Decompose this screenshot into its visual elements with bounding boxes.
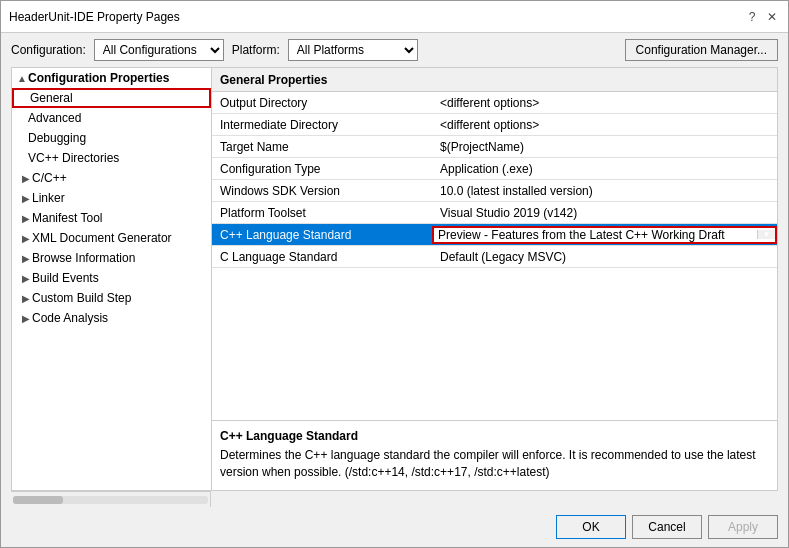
prop-value-config-type: Application (.exe) — [432, 162, 777, 176]
prop-row-target-name[interactable]: Target Name $(ProjectName) — [212, 136, 777, 158]
prop-value-container-cpp-standard[interactable]: Preview - Features from the Latest C++ W… — [432, 226, 777, 244]
tree-item-linker[interactable]: ▶ Linker — [12, 188, 211, 208]
toggle-code-analysis: ▶ — [20, 313, 32, 324]
tree-label-custom-build: Custom Build Step — [32, 291, 131, 305]
prop-row-output-dir[interactable]: Output Directory <different options> — [212, 92, 777, 114]
title-bar: HeaderUnit-IDE Property Pages ? ✕ — [1, 1, 788, 33]
tree-item-vcpp-dirs[interactable]: VC++ Directories — [12, 148, 211, 168]
left-scrollbar-track — [13, 496, 208, 504]
ok-button[interactable]: OK — [556, 515, 626, 539]
prop-name-sdk-version: Windows SDK Version — [212, 184, 432, 198]
tree-item-config-props[interactable]: ▲ Configuration Properties — [12, 68, 211, 88]
left-scrollbar-area[interactable] — [11, 491, 211, 507]
prop-row-intermediate-dir[interactable]: Intermediate Directory <different option… — [212, 114, 777, 136]
description-text: Determines the C++ language standard the… — [220, 447, 769, 481]
prop-value-output-dir: <different options> — [432, 96, 777, 110]
tree-label-debugging: Debugging — [28, 131, 86, 145]
platform-select[interactable]: All Platforms — [288, 39, 418, 61]
tree-label-general: General — [30, 91, 73, 105]
tree-item-general[interactable]: General — [12, 88, 211, 108]
prop-name-target-name: Target Name — [212, 140, 432, 154]
toggle-manifest-tool: ▶ — [20, 213, 32, 224]
prop-name-cpp-standard: C++ Language Standard — [212, 228, 432, 242]
platform-label: Platform: — [232, 43, 280, 57]
tree-label-manifest-tool: Manifest Tool — [32, 211, 102, 225]
toggle-xml-doc: ▶ — [20, 233, 32, 244]
tree-item-xml-doc[interactable]: ▶ XML Document Generator — [12, 228, 211, 248]
config-select[interactable]: All Configurations — [94, 39, 224, 61]
prop-value-sdk-version: 10.0 (latest installed version) — [432, 184, 777, 198]
prop-name-config-type: Configuration Type — [212, 162, 432, 176]
tree-item-custom-build[interactable]: ▶ Custom Build Step — [12, 288, 211, 308]
toggle-browse-info: ▶ — [20, 253, 32, 264]
tree-item-debugging[interactable]: Debugging — [12, 128, 211, 148]
left-scrollbar-thumb[interactable] — [13, 496, 63, 504]
left-scroll-area — [11, 491, 778, 507]
help-button[interactable]: ? — [744, 9, 760, 25]
config-bar: Configuration: All Configurations Platfo… — [1, 33, 788, 67]
toggle-cpp: ▶ — [20, 173, 32, 184]
tree-label-config-props: Configuration Properties — [28, 71, 169, 85]
title-bar-controls: ? ✕ — [744, 9, 780, 25]
properties-header-text: General Properties — [220, 73, 327, 87]
toggle-linker: ▶ — [20, 193, 32, 204]
description-panel: C++ Language Standard Determines the C++… — [212, 420, 777, 490]
prop-row-sdk-version[interactable]: Windows SDK Version 10.0 (latest install… — [212, 180, 777, 202]
tree-item-browse-info[interactable]: ▶ Browse Information — [12, 248, 211, 268]
tree-item-manifest-tool[interactable]: ▶ Manifest Tool — [12, 208, 211, 228]
prop-row-c-standard[interactable]: C Language Standard Default (Legacy MSVC… — [212, 246, 777, 268]
prop-value-target-name: $(ProjectName) — [432, 140, 777, 154]
prop-row-cpp-standard[interactable]: C++ Language Standard Preview - Features… — [212, 224, 777, 246]
prop-name-c-standard: C Language Standard — [212, 250, 432, 264]
prop-dropdown-btn-cpp-standard[interactable]: ▼ — [757, 230, 775, 239]
tree-label-linker: Linker — [32, 191, 65, 205]
prop-row-toolset[interactable]: Platform Toolset Visual Studio 2019 (v14… — [212, 202, 777, 224]
properties-header: General Properties — [212, 68, 777, 92]
tree-item-cpp[interactable]: ▶ C/C++ — [12, 168, 211, 188]
tree-label-vcpp-dirs: VC++ Directories — [28, 151, 119, 165]
description-title: C++ Language Standard — [220, 429, 769, 443]
dialog: HeaderUnit-IDE Property Pages ? ✕ Config… — [0, 0, 789, 548]
prop-value-c-standard: Default (Legacy MSVC) — [432, 250, 777, 264]
prop-row-config-type[interactable]: Configuration Type Application (.exe) — [212, 158, 777, 180]
tree-label-build-events: Build Events — [32, 271, 99, 285]
config-label: Configuration: — [11, 43, 86, 57]
left-panel: ▲ Configuration Properties General Advan… — [12, 68, 212, 490]
bottom-bar: OK Cancel Apply — [1, 507, 788, 547]
prop-value-cpp-standard: Preview - Features from the Latest C++ W… — [434, 228, 757, 242]
tree-label-cpp: C/C++ — [32, 171, 67, 185]
toggle-config-props: ▲ — [16, 73, 28, 84]
tree-label-advanced: Advanced — [28, 111, 81, 125]
properties-table: Output Directory <different options> Int… — [212, 92, 777, 420]
main-content: ▲ Configuration Properties General Advan… — [11, 67, 778, 491]
tree-label-browse-info: Browse Information — [32, 251, 135, 265]
prop-value-intermediate-dir: <different options> — [432, 118, 777, 132]
close-button[interactable]: ✕ — [764, 9, 780, 25]
prop-name-intermediate-dir: Intermediate Directory — [212, 118, 432, 132]
tree-item-build-events[interactable]: ▶ Build Events — [12, 268, 211, 288]
prop-value-toolset: Visual Studio 2019 (v142) — [432, 206, 777, 220]
cancel-button[interactable]: Cancel — [632, 515, 702, 539]
tree-item-code-analysis[interactable]: ▶ Code Analysis — [12, 308, 211, 328]
apply-button[interactable]: Apply — [708, 515, 778, 539]
tree-item-advanced[interactable]: Advanced — [12, 108, 211, 128]
prop-name-toolset: Platform Toolset — [212, 206, 432, 220]
dialog-title: HeaderUnit-IDE Property Pages — [9, 10, 180, 24]
toggle-custom-build: ▶ — [20, 293, 32, 304]
prop-name-output-dir: Output Directory — [212, 96, 432, 110]
toggle-build-events: ▶ — [20, 273, 32, 284]
tree-label-code-analysis: Code Analysis — [32, 311, 108, 325]
config-manager-button[interactable]: Configuration Manager... — [625, 39, 778, 61]
right-panel: General Properties Output Directory <dif… — [212, 68, 777, 490]
tree-label-xml-doc: XML Document Generator — [32, 231, 172, 245]
